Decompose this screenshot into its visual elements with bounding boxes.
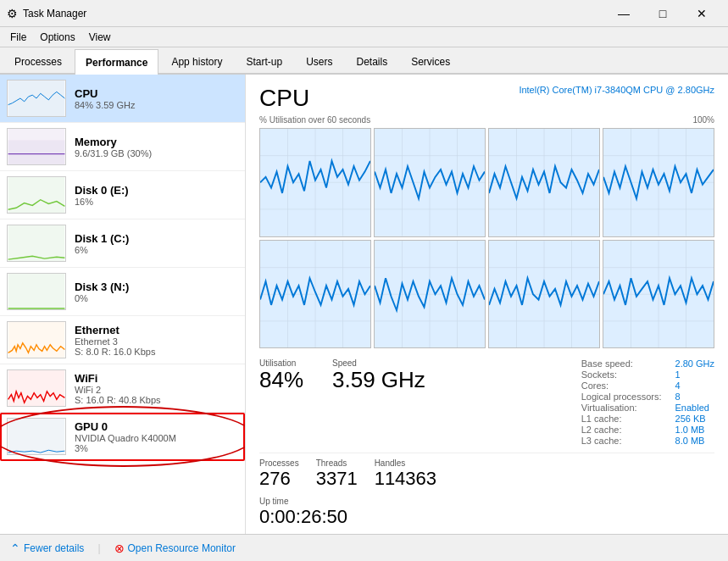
open-monitor-link[interactable]: ⊗ Open Resource Monitor [114, 542, 236, 555]
svg-rect-9 [8, 370, 65, 406]
cpu-graph-8 [603, 240, 714, 349]
cpu-name: CPU [75, 87, 238, 100]
wifi-thumbnail [7, 369, 66, 407]
menu-file[interactable]: File [3, 30, 33, 45]
main-content: CPU 84% 3.59 GHz Memory 9.6/31.9 GB (30%… [0, 75, 728, 534]
graph-label-right: 100% [692, 115, 714, 125]
disk0-name: Disk 0 (E:) [75, 184, 238, 197]
l3-label: L3 cache: [581, 436, 662, 446]
uptime-section: Up time 0:00:26:50 [259, 497, 714, 528]
tab-services[interactable]: Services [400, 49, 461, 73]
detail-header: CPU Intel(R) Core(TM) i7-3840QM CPU @ 2.… [259, 85, 714, 112]
cpu-graph-7 [488, 240, 600, 349]
gpu0-detail2: 3% [75, 443, 238, 453]
disk0-detail: 16% [75, 197, 238, 207]
l1-label: L1 cache: [581, 414, 662, 424]
cpu-graph-4 [603, 128, 714, 237]
pth-stats: Processes 276 Threads 3371 Handles 11436… [259, 453, 714, 490]
cpu-graphs-grid [259, 128, 714, 348]
open-monitor-label: Open Resource Monitor [128, 542, 236, 554]
uptime-label: Up time [259, 497, 714, 506]
cores-value: 4 [675, 380, 714, 391]
sidebar-item-disk1[interactable]: Disk 1 (C:) 6% [0, 219, 245, 268]
virt-label: Virtualisation: [581, 403, 662, 413]
disk3-name: Disk 3 (N:) [75, 280, 238, 293]
disk1-info: Disk 1 (C:) 6% [75, 232, 238, 255]
handles-label: Handles [375, 458, 436, 468]
gpu0-name: GPU 0 [75, 420, 238, 433]
sidebar-item-cpu[interactable]: CPU 84% 3.59 GHz [0, 75, 245, 123]
close-button[interactable]: ✕ [682, 0, 721, 27]
threads-value: 3371 [316, 468, 358, 490]
disk3-thumbnail [7, 273, 66, 310]
base-speed-label: Base speed: [581, 358, 662, 369]
processes-value: 276 [259, 468, 299, 490]
tab-apphistory[interactable]: App history [160, 49, 233, 73]
menu-bar: File Options View [0, 27, 728, 47]
cpu-info: CPU 84% 3.59 GHz [75, 87, 238, 110]
detail-subtitle: Intel(R) Core(TM) i7-3840QM CPU @ 2.80GH… [519, 85, 714, 95]
utilisation-stat: Utilisation 84% [259, 358, 319, 446]
title-bar-left: ⚙ Task Manager [7, 7, 86, 20]
minimize-button[interactable]: — [604, 0, 643, 27]
disk1-name: Disk 1 (C:) [75, 232, 238, 245]
ethernet-detail2: S: 8.0 R: 16.0 Kbps [75, 347, 238, 357]
sidebar-item-wifi[interactable]: WiFi WiFi 2 S: 16.0 R: 40.8 Kbps [0, 364, 245, 413]
l2-value: 1.0 MB [675, 425, 714, 435]
gpu0-thumbnail [7, 418, 66, 455]
tab-users[interactable]: Users [295, 49, 343, 73]
svg-rect-6 [8, 274, 65, 309]
app-icon: ⚙ [7, 7, 18, 20]
stats-section: Utilisation 84% Speed 3.59 GHz Base spee… [259, 358, 714, 446]
processes-label: Processes [259, 458, 299, 468]
svg-rect-2 [8, 140, 65, 164]
disk0-thumbnail [7, 176, 66, 214]
l3-value: 8.0 MB [675, 436, 714, 446]
threads-stat: Threads 3371 [316, 458, 358, 490]
ethernet-detail1: Ethernet 3 [75, 336, 238, 347]
memory-thumbnail [7, 128, 66, 165]
cpu-detail: 84% 3.59 GHz [75, 100, 238, 110]
virt-value: Enabled [675, 403, 714, 413]
tab-processes[interactable]: Processes [3, 49, 73, 73]
tab-startup[interactable]: Start-up [235, 49, 293, 73]
sidebar-item-memory[interactable]: Memory 9.6/31.9 GB (30%) [0, 123, 245, 171]
chevron-up-icon: ⌃ [10, 542, 20, 555]
maximize-button[interactable]: □ [643, 0, 682, 27]
detail-title: CPU [259, 85, 309, 112]
svg-rect-5 [8, 225, 65, 261]
wifi-name: WiFi [75, 372, 238, 385]
ethernet-thumbnail [7, 321, 66, 358]
cpu-graph-3 [488, 128, 600, 237]
bottom-bar: ⌃ Fewer details | ⊗ Open Resource Monito… [0, 534, 728, 561]
cpu-graph-6 [374, 240, 486, 349]
sidebar-item-ethernet[interactable]: Ethernet Ethernet 3 S: 8.0 R: 16.0 Kbps [0, 316, 245, 364]
menu-options[interactable]: Options [33, 30, 81, 45]
disk1-thumbnail [7, 225, 66, 262]
fewer-details-link[interactable]: ⌃ Fewer details [10, 542, 84, 555]
sidebar-item-disk3[interactable]: Disk 3 (N:) 0% [0, 268, 245, 316]
title-bar-controls: — □ ✕ [604, 0, 721, 27]
cores-label: Cores: [581, 380, 662, 391]
logical-label: Logical processors: [581, 392, 662, 402]
sidebar-item-gpu0[interactable]: GPU 0 NVIDIA Quadro K4000M 3% [0, 413, 245, 461]
ethernet-name: Ethernet [75, 324, 238, 336]
handles-value: 114363 [375, 468, 436, 490]
speed-value: 3.59 GHz [332, 368, 425, 392]
title-bar: ⚙ Task Manager — □ ✕ [0, 0, 728, 27]
svg-rect-10 [8, 419, 65, 454]
cpu-graph-1 [259, 128, 371, 237]
sockets-label: Sockets: [581, 369, 662, 380]
gpu0-info: GPU 0 NVIDIA Quadro K4000M 3% [75, 420, 238, 453]
fewer-details-label: Fewer details [24, 542, 84, 554]
svg-rect-8 [8, 322, 65, 358]
logical-value: 8 [675, 392, 714, 402]
sidebar-item-disk0[interactable]: Disk 0 (E:) 16% [0, 171, 245, 219]
wifi-detail2: S: 16.0 R: 40.8 Kbps [75, 395, 238, 405]
tab-details[interactable]: Details [345, 49, 398, 73]
menu-view[interactable]: View [82, 30, 118, 45]
tab-bar: Processes Performance App history Start-… [0, 47, 728, 75]
utilisation-value: 84% [259, 368, 319, 392]
tab-performance[interactable]: Performance [75, 49, 158, 75]
info-panel: Base speed: 2.80 GHz Sockets: 1 Cores: 4… [581, 358, 714, 446]
